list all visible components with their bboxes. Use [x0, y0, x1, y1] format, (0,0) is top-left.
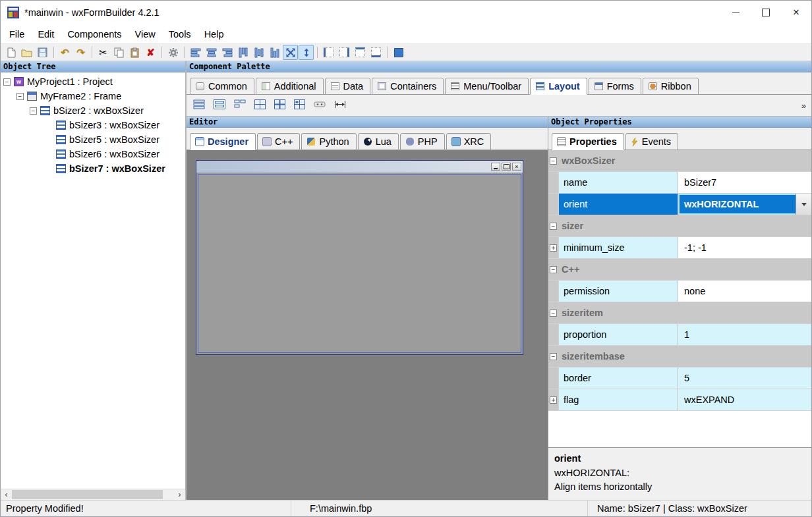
- editor-tab-designer[interactable]: Designer: [190, 133, 256, 150]
- palette-tab-layout[interactable]: Layout: [530, 78, 587, 95]
- collapse-icon[interactable]: −: [16, 93, 24, 100]
- scrollbar-thumb[interactable]: [12, 490, 163, 499]
- collapse-icon[interactable]: −: [550, 266, 557, 273]
- property-row-name[interactable]: name bSizer7: [548, 172, 811, 194]
- static-box-sizer-icon[interactable]: [214, 99, 225, 111]
- copy-icon[interactable]: [111, 45, 127, 60]
- property-row-orient[interactable]: orient wxHORIZONTAL: [548, 194, 811, 215]
- redo-icon[interactable]: ↷: [73, 45, 88, 60]
- menu-tools[interactable]: Tools: [162, 26, 198, 42]
- palette-tab-ribbon[interactable]: Ribbon: [643, 78, 699, 95]
- palette-tab-forms[interactable]: Forms: [589, 78, 641, 95]
- align-top-icon[interactable]: [235, 45, 250, 60]
- expand-icon[interactable]: +: [550, 244, 557, 252]
- tree-item-bsizer7[interactable]: bSizer7 : wxBoxSizer: [1, 161, 185, 176]
- orient-dropdown-button[interactable]: [796, 194, 811, 215]
- app-icon[interactable]: [7, 6, 20, 19]
- delete-icon[interactable]: ✘: [143, 45, 158, 60]
- expand-icon[interactable]: +: [550, 396, 557, 404]
- palette-tab-data[interactable]: Data: [325, 78, 371, 95]
- preview-icon[interactable]: [391, 45, 406, 60]
- collapse-icon[interactable]: −: [3, 78, 11, 86]
- align-left-icon[interactable]: [188, 45, 203, 60]
- scroll-left-icon[interactable]: ‹: [1, 490, 12, 499]
- collapse-icon[interactable]: −: [550, 353, 557, 360]
- menu-components[interactable]: Components: [61, 26, 128, 42]
- collapse-icon[interactable]: −: [550, 310, 557, 317]
- designer-frame-preview[interactable]: ×: [196, 160, 523, 355]
- category-row-cpp[interactable]: − C++: [548, 259, 811, 281]
- spacer-icon[interactable]: [334, 99, 346, 111]
- paste-icon[interactable]: [127, 45, 142, 60]
- menu-file[interactable]: File: [3, 26, 31, 42]
- save-icon[interactable]: [35, 45, 50, 60]
- category-row-wxboxsizer[interactable]: − wxBoxSizer: [548, 150, 811, 172]
- box-sizer-horizontal-icon[interactable]: [193, 99, 205, 111]
- grid-bag-sizer-icon[interactable]: [294, 99, 305, 111]
- property-row-border[interactable]: border 5: [548, 367, 811, 389]
- wrap-sizer-icon[interactable]: [234, 99, 246, 111]
- palette-tab-common[interactable]: Common: [190, 78, 254, 95]
- palette-tab-menu-toolbar[interactable]: Menu/Toolbar: [445, 78, 529, 95]
- align-center-horizontal-icon[interactable]: [204, 45, 219, 60]
- designer-frame-titlebar[interactable]: ×: [196, 161, 523, 173]
- tree-horizontal-scrollbar[interactable]: ‹ ›: [1, 489, 185, 500]
- tree-item-bsizer5[interactable]: bSizer5 : wxBoxSizer: [1, 132, 185, 147]
- tree-item-bsizer6[interactable]: bSizer6 : wxBoxSizer: [1, 147, 185, 161]
- maximize-button[interactable]: [751, 1, 781, 24]
- border-top-icon[interactable]: [353, 45, 368, 60]
- data-tab-icon: [331, 82, 339, 90]
- property-row-permission[interactable]: permission none: [548, 281, 811, 302]
- editor-tab-php[interactable]: PHP: [400, 133, 445, 150]
- cut-icon[interactable]: ✂: [96, 45, 111, 60]
- close-button[interactable]: ×: [781, 1, 811, 24]
- palette-tab-containers[interactable]: Containers: [372, 78, 444, 95]
- border-right-icon[interactable]: [337, 45, 352, 60]
- tree-item-project[interactable]: − w MyProject1 : Project: [1, 74, 185, 89]
- scrollbar-track[interactable]: [12, 489, 174, 500]
- category-row-sizeritembase[interactable]: − sizeritembase: [548, 346, 811, 367]
- scroll-right-icon[interactable]: ›: [174, 490, 185, 499]
- property-row-flag[interactable]: + flag wxEXPAND: [548, 389, 811, 411]
- property-row-proportion[interactable]: proportion 1: [548, 324, 811, 346]
- tree-item-frame[interactable]: − MyFrame2 : Frame: [1, 89, 185, 103]
- grid-sizer-icon[interactable]: [254, 99, 266, 111]
- tab-properties[interactable]: Properties: [552, 133, 624, 150]
- stretch-icon[interactable]: [299, 45, 314, 60]
- editor-tab-python[interactable]: Python: [301, 133, 356, 150]
- category-row-sizeritem[interactable]: − sizeritem: [548, 302, 811, 324]
- menu-edit[interactable]: Edit: [31, 26, 61, 42]
- open-icon[interactable]: [19, 45, 34, 60]
- minimize-button[interactable]: [720, 1, 751, 24]
- palette-tab-additional[interactable]: Additional: [256, 78, 324, 95]
- align-right-icon[interactable]: [219, 45, 235, 60]
- collapse-icon[interactable]: −: [30, 107, 37, 115]
- expand-icon[interactable]: [283, 45, 298, 60]
- designer-canvas[interactable]: ×: [187, 150, 548, 500]
- new-file-icon[interactable]: [3, 45, 18, 60]
- menu-help[interactable]: Help: [198, 26, 231, 42]
- editor-tab-cpp[interactable]: C++: [257, 133, 300, 150]
- border-bottom-icon[interactable]: [368, 45, 384, 60]
- menu-view[interactable]: View: [129, 26, 162, 42]
- generate-code-icon[interactable]: [165, 45, 181, 60]
- tree-item-bsizer3[interactable]: bSizer3 : wxBoxSizer: [1, 118, 185, 132]
- editor-tab-xrc[interactable]: XRC: [446, 133, 492, 150]
- undo-icon[interactable]: ↶: [57, 45, 72, 60]
- tree-item-bsizer2[interactable]: − bSizer2 : wxBoxSizer: [1, 103, 185, 118]
- object-tree: − w MyProject1 : Project − MyFrame2 : Fr…: [1, 72, 185, 489]
- tab-events[interactable]: Events: [625, 133, 678, 150]
- palette-overflow-icon[interactable]: »: [801, 101, 805, 111]
- collapse-icon[interactable]: −: [550, 223, 557, 230]
- flex-grid-sizer-icon[interactable]: [274, 99, 285, 111]
- align-center-vertical-icon[interactable]: [251, 45, 266, 60]
- property-row-minimum-size[interactable]: + minimum_size -1; -1: [548, 237, 811, 259]
- category-row-sizer[interactable]: − sizer: [548, 215, 811, 237]
- python-tab-icon: [307, 138, 315, 146]
- std-dialog-button-sizer-icon[interactable]: [314, 99, 326, 111]
- border-left-icon[interactable]: [321, 45, 336, 60]
- designer-frame-client[interactable]: [196, 173, 523, 354]
- align-bottom-icon[interactable]: [267, 45, 282, 60]
- editor-tab-lua[interactable]: Lua: [358, 133, 399, 150]
- collapse-icon[interactable]: −: [550, 157, 557, 165]
